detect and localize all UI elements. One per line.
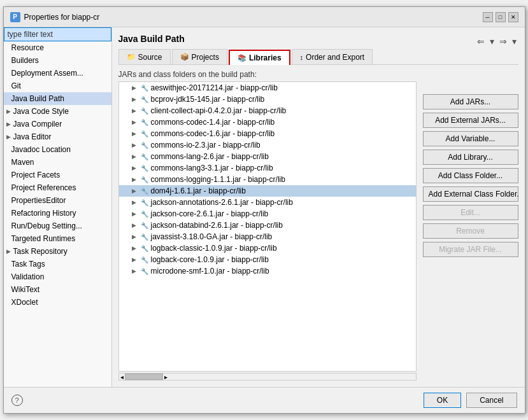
tab-icon-order-export: ↕	[300, 53, 304, 61]
sidebar-item-git[interactable]: Git	[4, 80, 111, 92]
sidebar-item-label: Validation	[11, 272, 45, 281]
sidebar-item-refactoring-history[interactable]: Refactoring History	[4, 207, 111, 220]
sidebar-item-java-editor[interactable]: ▶Java Editor	[4, 130, 111, 143]
sidebar-item-label: PropertiesEditor	[11, 196, 66, 205]
jar-file-icon: 🔧	[141, 245, 148, 252]
jar-item[interactable]: ▶🔧aeswithjec-20171214.jar - biapp-cr/lib	[119, 82, 416, 94]
jar-item[interactable]: ▶🔧dom4j-1.6.1.jar - biapp-cr/lib	[119, 185, 416, 197]
sidebar-item-resource[interactable]: Resource	[4, 41, 111, 54]
add-library-button[interactable]: Add Library...	[423, 150, 518, 165]
jar-file-icon: 🔧	[141, 165, 148, 172]
sidebar-item-label: Java Build Path	[11, 94, 64, 103]
title-bar: P Properties for biapp-cr ─ □ ✕	[4, 7, 525, 27]
jar-label: logback-classic-1.0.9.jar - biapp-cr/lib	[151, 244, 277, 253]
jar-file-icon: 🔧	[141, 256, 148, 263]
sidebar-item-validation[interactable]: Validation	[4, 270, 111, 283]
jar-item[interactable]: ▶🔧commons-io-2.3.jar - biapp-cr/lib	[119, 139, 416, 151]
nav-back-button[interactable]: ⇐	[475, 36, 487, 46]
help-button[interactable]: ?	[11, 395, 23, 406]
nav-dropdown-button[interactable]: ▾	[488, 36, 496, 46]
tab-label-projects: Projects	[192, 53, 219, 62]
jar-expand-icon: ▶	[132, 188, 138, 194]
nav-forward-button[interactable]: ⇒	[497, 36, 509, 46]
list-area: JARs and class folders on the build path…	[118, 70, 518, 381]
horizontal-scrollbar[interactable]: ◂ ▸	[118, 373, 417, 381]
jar-expand-icon: ▶	[132, 176, 138, 183]
sidebar-item-task-repository[interactable]: ▶Task Repository	[4, 245, 111, 258]
section-title: Java Build Path	[118, 34, 185, 44]
jar-item[interactable]: ▶🔧jackson-annotations-2.6.1.jar - biapp-…	[119, 197, 416, 208]
tab-projects[interactable]: 📦Projects	[172, 49, 227, 64]
filter-input[interactable]: type filter text	[4, 27, 111, 41]
jar-item[interactable]: ▶🔧jackson-core-2.6.1.jar - biapp-cr/lib	[119, 208, 416, 220]
jar-label: javassist-3.18.0-GA.jar - biapp-cr/lib	[151, 232, 273, 241]
jar-expand-icon: ▶	[132, 165, 138, 171]
add-jars-button[interactable]: Add JARs...	[423, 94, 518, 109]
tab-icon-source: 📁	[127, 53, 136, 61]
jar-expand-icon: ▶	[132, 199, 138, 206]
sidebar-item-java-code-style[interactable]: ▶Java Code Style	[4, 105, 111, 118]
jar-item[interactable]: ▶🔧bcprov-jdk15-145.jar - biapp-cr/lib	[119, 94, 416, 105]
tab-libraries[interactable]: 📚Libraries	[229, 50, 290, 65]
jar-expand-icon: ▶	[132, 142, 138, 148]
sidebar-item-properties-editor[interactable]: PropertiesEditor	[4, 194, 111, 207]
ok-button[interactable]: OK	[424, 393, 461, 408]
sidebar-item-maven[interactable]: Maven	[4, 156, 111, 169]
sidebar-item-label: Java Editor	[13, 132, 52, 141]
maximize-button[interactable]: □	[496, 12, 506, 22]
minimize-button[interactable]: ─	[483, 12, 493, 22]
expand-arrow-icon: ▶	[6, 121, 11, 127]
jar-item[interactable]: ▶🔧client-collect-api-0.4.2.0.jar - biapp…	[119, 105, 416, 116]
scrollbar-thumb[interactable]	[125, 374, 163, 380]
tab-source[interactable]: 📁Source	[118, 49, 171, 64]
cancel-button[interactable]: Cancel	[466, 393, 517, 408]
nav-forward-dropdown-button[interactable]: ▾	[510, 36, 518, 46]
jar-item[interactable]: ▶🔧javassist-3.18.0-GA.jar - biapp-cr/lib	[119, 231, 416, 242]
add-variable-button[interactable]: Add Variable...	[423, 131, 518, 146]
sidebar-item-deployment-assem[interactable]: Deployment Assem...	[4, 67, 111, 80]
scroll-right-button[interactable]: ▸	[163, 374, 169, 381]
jar-item[interactable]: ▶🔧logback-classic-1.0.9.jar - biapp-cr/l…	[119, 242, 416, 254]
sidebar-item-java-build-path[interactable]: Java Build Path	[4, 92, 111, 105]
sidebar-item-xdoclet[interactable]: XDoclet	[4, 296, 111, 309]
sidebar-item-project-facets[interactable]: Project Facets	[4, 169, 111, 181]
tabs-bar: 📁Source📦Projects📚Libraries↕Order and Exp…	[118, 49, 518, 65]
sidebar-item-targeted-runtimes[interactable]: Targeted Runtimes	[4, 232, 111, 245]
sidebar-item-label: Project Facets	[11, 171, 61, 179]
jar-file-icon: 🔧	[141, 142, 148, 149]
jar-item[interactable]: ▶🔧commons-lang3-3.1.jar - biapp-cr/lib	[119, 162, 416, 174]
sidebar-item-javadoc-location[interactable]: Javadoc Location	[4, 143, 111, 156]
jar-label: dom4j-1.6.1.jar - biapp-cr/lib	[151, 186, 246, 195]
jar-item[interactable]: ▶🔧commons-logging-1.1.1.jar - biapp-cr/l…	[119, 174, 416, 185]
sidebar-item-label: Refactoring History	[11, 209, 76, 218]
edit-button[interactable]: Edit...	[423, 205, 518, 220]
jar-item[interactable]: ▶🔧microdone-smf-1.0.jar - biapp-cr/lib	[119, 265, 416, 277]
tab-order-export[interactable]: ↕Order and Export	[292, 49, 373, 64]
close-button[interactable]: ✕	[508, 12, 518, 22]
jar-item[interactable]: ▶🔧commons-codec-1.4.jar - biapp-cr/lib	[119, 116, 416, 128]
jar-expand-icon: ▶	[132, 153, 138, 160]
jar-file-icon: 🔧	[141, 268, 148, 275]
jar-item[interactable]: ▶🔧jackson-databind-2.6.1.jar - biapp-cr/…	[119, 220, 416, 231]
jar-item[interactable]: ▶🔧commons-codec-1.6.jar - biapp-cr/lib	[119, 128, 416, 139]
remove-button[interactable]: Remove	[423, 223, 518, 239]
sidebar-item-builders[interactable]: Builders	[4, 54, 111, 67]
jar-expand-icon: ▶	[132, 130, 138, 137]
jar-expand-icon: ▶	[132, 85, 138, 91]
sidebar-item-run-debug-settings[interactable]: Run/Debug Setting...	[4, 220, 111, 232]
jar-expand-icon: ▶	[132, 268, 138, 274]
jar-file-icon: 🔧	[141, 96, 148, 103]
add-external-class-folder-button[interactable]: Add External Class Folder...	[423, 186, 518, 202]
sidebar-item-wikitext[interactable]: WikiText	[4, 283, 111, 296]
sidebar-item-java-compiler[interactable]: ▶Java Compiler	[4, 118, 111, 130]
expand-arrow-icon: ▶	[6, 108, 11, 115]
jar-item[interactable]: ▶🔧logback-core-1.0.9.jar - biapp-cr/lib	[119, 254, 416, 265]
scroll-left-button[interactable]: ◂	[119, 374, 125, 381]
migrate-jar-file-button[interactable]: Migrate JAR File...	[423, 242, 518, 257]
main-content: Java Build Path ⇐ ▾ ⇒ ▾ 📁Source📦Projects…	[112, 27, 525, 387]
sidebar-item-project-references[interactable]: Project References	[4, 181, 111, 194]
add-external-jars-button[interactable]: Add External JARs...	[423, 113, 518, 128]
add-class-folder-button[interactable]: Add Class Folder...	[423, 168, 518, 183]
jar-item[interactable]: ▶🔧commons-lang-2.6.jar - biapp-cr/lib	[119, 151, 416, 162]
sidebar-item-task-tags[interactable]: Task Tags	[4, 258, 111, 270]
